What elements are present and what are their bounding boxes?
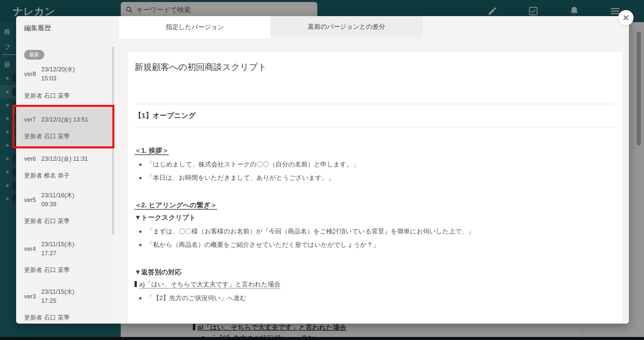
- bullet-item: 「まずは、〇〇様（お客様のお名前）が『今回（商品名）をご検討頂いている背景』を簡…: [135, 225, 615, 238]
- version-datetime: 23/12/1(金) 13:51: [41, 115, 88, 124]
- version-datetime: 23/11/16(木)09:39: [41, 191, 74, 209]
- bullet-list: 「まずは、〇〇様（お客様のお名前）が『今回（商品名）をご検討頂いている背景』を簡…: [135, 225, 615, 252]
- section-heading: 【1】オープニング: [135, 111, 615, 120]
- document-preview-card: 新規顧客への初回商談スクリプト【1】オープニング＜1. 挨拶＞「はじめまして、株…: [127, 51, 623, 324]
- bullet-item: 「本日は、お時間をいただきまして、ありがとうございます。」: [135, 171, 615, 185]
- version-list: ver823/12/20(水)15:03更新者 石口 茉季ver723/12/1…: [24, 65, 106, 322]
- list-label: ▼トークスクリプト: [135, 213, 615, 222]
- version-datetime: 23/12/20(水)15:03: [41, 65, 75, 83]
- version-item-ver7[interactable]: ver723/12/1(金) 13:51更新者 石口 茉季: [16, 107, 114, 148]
- version-label: ver3: [24, 293, 36, 300]
- version-datetime: 23/12/1(金) 11:31: [41, 154, 88, 163]
- bullet-item: 「はじめまして、株式会社ストークの〇〇（自分の名前）と申します。」: [135, 158, 615, 171]
- document-title: 新規顧客への初回商談スクリプト: [135, 61, 615, 73]
- divider: [135, 127, 615, 127]
- bullet-list: 「はじめまして、株式会社ストークの〇〇（自分の名前）と申します。」「本日は、お時…: [135, 158, 615, 185]
- edit-history-modal: 編集履歴 最新 ver823/12/20(水)15:03更新者 石口 茉季ver…: [16, 16, 629, 324]
- version-preview-panel: 指定したバージョン直前のバージョンとの差分 このバージョンに戻す 新規顧客への初…: [114, 16, 629, 324]
- version-updater: 更新者 石口 茉季: [24, 217, 106, 225]
- version-updater: 更新者 石口 茉季: [24, 266, 106, 274]
- version-label: ver6: [24, 155, 36, 162]
- bullet-list: 「【2】先方のご状況伺い」へ進む: [135, 291, 615, 305]
- version-item-ver4[interactable]: ver423/11/15(水)17:27更新者 石口 茉季: [24, 240, 106, 274]
- version-updater: 更新者 石口 茉季: [24, 132, 106, 140]
- screen: ナレカン: [0, 0, 644, 340]
- history-title: 編集履歴: [24, 23, 106, 32]
- version-label: ver7: [24, 116, 36, 123]
- latest-badge: 最新: [24, 50, 44, 60]
- version-item-ver6[interactable]: ver623/12/1(金) 11:31更新者 椎名 恭子: [24, 154, 106, 180]
- subsection-heading: ＜2. ヒアリングへの繋ぎ＞: [135, 201, 615, 210]
- tab-diff-previous-version[interactable]: 直前のバージョンとの差分: [271, 16, 422, 37]
- version-datetime: 23/11/15(水)17:27: [41, 240, 74, 258]
- version-label: ver5: [24, 197, 36, 204]
- bullet-item: 「私から（商品名）の概要をご紹介させていただく形ではいかがでしょうか？」: [135, 238, 615, 252]
- version-label: ver4: [24, 246, 36, 253]
- version-label: ver8: [24, 71, 36, 78]
- close-icon[interactable]: ✕: [618, 10, 634, 25]
- history-panel: 編集履歴 最新 ver823/12/20(水)15:03更新者 石口 茉季ver…: [16, 16, 114, 324]
- list-label: ▼返答別の対応: [135, 268, 615, 277]
- divider: [135, 104, 615, 104]
- bullet-item: 「【2】先方のご状況伺い」へ進む: [135, 291, 615, 305]
- subsection-heading: ＜1. 挨拶＞: [135, 146, 615, 155]
- version-datetime: 23/11/15(水)17:25: [41, 287, 74, 305]
- version-item-ver8[interactable]: ver823/12/20(水)15:03更新者 石口 茉季: [24, 65, 106, 100]
- document-content: 新規顧客への初回商談スクリプト【1】オープニング＜1. 挨拶＞「はじめまして、株…: [127, 51, 623, 324]
- case-marker: [135, 281, 137, 287]
- version-updater: 更新者 石口 茉季: [24, 92, 106, 100]
- version-tabs: 指定したバージョン直前のバージョンとの差分: [119, 16, 422, 38]
- case-heading: a)「はい、そちらで大丈夫です」と言われた場合: [135, 280, 615, 289]
- version-updater: 更新者 椎名 恭子: [24, 172, 106, 180]
- version-updater: 更新者 石口 茉季: [24, 314, 106, 322]
- version-item-ver5[interactable]: ver523/11/16(木)09:39更新者 石口 茉季: [24, 191, 106, 225]
- version-item-ver3[interactable]: ver323/11/15(水)17:25更新者 石口 茉季: [24, 287, 106, 322]
- tab-specified-version[interactable]: 指定したバージョン: [119, 16, 271, 38]
